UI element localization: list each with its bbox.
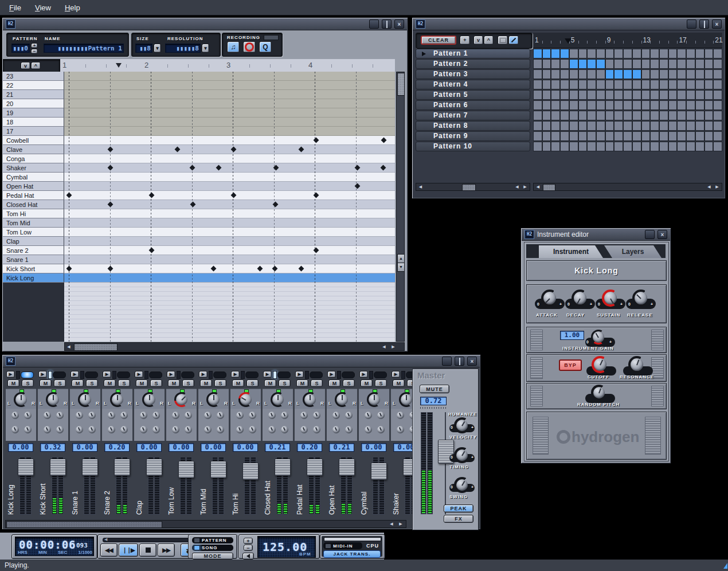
song-grid-cell[interactable] [543, 60, 551, 68]
song-grid-cell[interactable] [669, 101, 677, 109]
close-button[interactable] [657, 230, 667, 239]
instrument-row-name[interactable]: Conga [3, 154, 64, 163]
song-grid-cell[interactable] [687, 91, 695, 99]
song-grid-row[interactable] [533, 100, 722, 110]
jack-transport-button[interactable]: JACK TRANS. [323, 550, 381, 558]
song-position-slider[interactable]: ◀▶ [103, 538, 199, 542]
song-grid-cell[interactable] [642, 70, 650, 79]
song-grid-cell[interactable] [624, 111, 632, 120]
song-grid-cell[interactable] [615, 70, 623, 79]
scrollbar-thumb[interactable] [397, 73, 405, 96]
maximize-button[interactable] [382, 19, 392, 29]
song-grid-cell[interactable] [651, 49, 659, 58]
fx-send-knob-2[interactable] [87, 410, 97, 420]
song-grid-cell[interactable] [588, 101, 596, 109]
record-button[interactable] [243, 41, 256, 53]
song-grid-cell[interactable] [624, 49, 632, 58]
rewind-button[interactable]: ◀◀ [100, 543, 118, 557]
song-grid-cell[interactable] [678, 70, 686, 79]
fx-send-knob-1[interactable] [235, 410, 245, 420]
song-grid-cell[interactable] [687, 132, 695, 140]
strip-play-button[interactable]: ▶ [38, 371, 47, 378]
song-grid-cell[interactable] [651, 142, 659, 151]
song-grid-cell[interactable] [570, 80, 578, 89]
note[interactable] [108, 266, 113, 272]
song-grid-cell[interactable] [705, 111, 713, 120]
song-grid-cell[interactable] [588, 132, 596, 140]
song-grid-scrollbar[interactable]: ◀◀▶ [533, 183, 722, 191]
fx-send-knob-1[interactable] [396, 410, 405, 420]
pattern-editor-titlebar[interactable] [3, 18, 407, 30]
fx-send-knob-4[interactable] [119, 425, 129, 435]
song-grid-cell[interactable] [678, 132, 686, 140]
song-grid-cell[interactable] [669, 142, 677, 151]
song-grid-cell[interactable] [624, 132, 632, 140]
fx-send-knob-1[interactable] [331, 410, 341, 420]
song-grid-cell[interactable] [561, 101, 569, 109]
fx-send-knob-2[interactable] [344, 410, 354, 420]
song-grid-cell[interactable] [660, 122, 668, 130]
draw-mode-button[interactable] [508, 36, 519, 45]
pattern-list-item[interactable]: Pattern 7 [416, 111, 530, 120]
song-grid-cell[interactable] [624, 70, 632, 79]
song-grid-cell[interactable] [624, 80, 632, 89]
scroll-left-button-2[interactable]: ◀ [706, 184, 713, 190]
instrument-row-name[interactable]: Pedal Hat [3, 191, 64, 200]
instrument-name-panel[interactable]: Kick Long [526, 260, 667, 281]
fx-send-knob-4[interactable] [151, 425, 161, 435]
song-grid-cell[interactable] [660, 60, 668, 68]
song-editor-titlebar[interactable] [413, 18, 725, 30]
vertical-scrollbar[interactable]: ▲▼ [396, 72, 405, 342]
note[interactable] [149, 248, 155, 253]
note[interactable] [190, 165, 195, 171]
note[interactable] [272, 266, 278, 272]
fx-send-knob-1[interactable] [42, 410, 52, 420]
song-grid-cell[interactable] [642, 132, 650, 140]
fx-send-knob-2[interactable] [183, 410, 193, 420]
song-grid-cell[interactable] [551, 111, 559, 120]
song-grid-cell[interactable] [606, 70, 614, 79]
strip-fader-grip[interactable] [18, 459, 34, 476]
pattern-grid-row[interactable] [64, 191, 395, 200]
song-grid-cell[interactable] [597, 142, 605, 151]
fx-send-knob-4[interactable] [344, 425, 354, 435]
master-mute-button[interactable]: MUTE [420, 385, 449, 393]
song-grid-cell[interactable] [543, 101, 551, 109]
song-grid-cell[interactable] [705, 101, 713, 109]
song-grid-cell[interactable] [606, 60, 614, 68]
strip-mute-button[interactable]: M [264, 380, 276, 387]
strip-mute-button[interactable]: M [168, 380, 180, 387]
note[interactable] [381, 165, 386, 171]
pan-knob[interactable] [238, 392, 253, 407]
song-grid-cell[interactable] [714, 60, 722, 68]
song-grid-cell[interactable] [669, 111, 677, 120]
note[interactable] [149, 193, 155, 198]
pattern-grid-row[interactable] [64, 81, 395, 90]
song-grid-cell[interactable] [624, 91, 632, 99]
scroll-left-button[interactable]: ◀ [417, 184, 424, 190]
song-grid-cell[interactable] [551, 70, 559, 79]
song-grid-cell[interactable] [687, 60, 695, 68]
song-grid-cell[interactable] [651, 80, 659, 89]
fx-send-knob-3[interactable] [363, 425, 373, 435]
pattern-ruler[interactable]: 1234 [60, 59, 395, 72]
knob-sustain[interactable] [602, 290, 619, 307]
note[interactable] [313, 138, 319, 143]
song-grid-cell[interactable] [651, 91, 659, 99]
instrument-row-name[interactable]: 17 [3, 127, 64, 136]
pattern-list-item[interactable]: Pattern 5 [416, 90, 530, 100]
song-grid-cell[interactable] [678, 49, 686, 58]
song-grid-cell[interactable] [551, 49, 559, 58]
fx-send-knob-3[interactable] [42, 425, 52, 435]
strip-fader-grip[interactable] [82, 459, 98, 476]
pattern-list-item[interactable]: Pattern 2 [416, 59, 530, 69]
pattern-grid-row[interactable] [64, 218, 395, 228]
close-button[interactable] [394, 19, 404, 29]
strip-solo-button[interactable]: S [54, 380, 66, 387]
strip-fader-grip[interactable] [210, 461, 226, 478]
song-grid-cell[interactable] [624, 60, 632, 68]
menu-view[interactable]: View [29, 2, 57, 14]
scroll-left-button[interactable]: ◀ [535, 184, 541, 190]
quantize-button[interactable]: Q [259, 41, 272, 53]
fx-send-knob-2[interactable] [55, 410, 65, 420]
